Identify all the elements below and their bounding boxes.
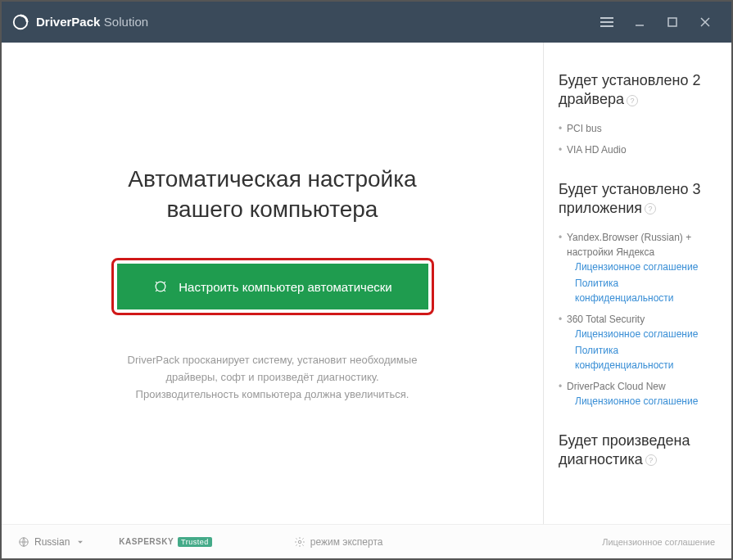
license-link[interactable]: Лицензионное соглашение — [567, 394, 717, 409]
license-link[interactable]: Лицензионное соглашение — [567, 260, 717, 274]
language-selector[interactable]: Russian — [18, 536, 86, 548]
app-logo: DriverPack Solution — [11, 13, 148, 31]
titlebar: DriverPack Solution — [2, 2, 731, 43]
app-title: DriverPack Solution — [36, 15, 148, 29]
hamburger-icon — [600, 17, 613, 27]
kaspersky-label: KASPERSKY — [119, 537, 174, 546]
maximize-icon — [667, 16, 678, 28]
desc-line2: драйверы, софт и произведёт диагностику. — [165, 371, 378, 383]
maximize-button[interactable] — [656, 2, 689, 43]
language-label: Russian — [34, 536, 70, 548]
diagnostics-heading: Будет произведена диагностика? — [559, 431, 717, 470]
drivers-list: PCI bus VIA HD Audio — [559, 121, 717, 157]
help-icon[interactable]: ? — [627, 95, 638, 106]
apps-heading: Будет установлено 3 приложения? — [559, 180, 717, 219]
list-item: 360 Total Security Лицензионное соглашен… — [559, 312, 717, 373]
desc-line1: DriverPack просканирует систему, установ… — [128, 354, 418, 366]
page-title: Автоматическая настройка вашего компьюте… — [128, 164, 416, 226]
window-controls — [590, 2, 722, 43]
svg-rect-2 — [668, 18, 676, 26]
svg-point-5 — [156, 282, 165, 291]
license-link[interactable]: Лицензионное соглашение — [567, 327, 717, 341]
close-icon — [699, 16, 711, 28]
minimize-icon — [634, 16, 645, 28]
expert-mode-label: режим эксперта — [310, 536, 383, 548]
globe-icon — [18, 536, 29, 548]
chevron-down-icon — [75, 536, 86, 548]
apps-list: Yandex.Browser (Russian) + настройки Янд… — [559, 230, 717, 409]
driverpack-logo-icon — [11, 13, 29, 31]
help-icon[interactable]: ? — [645, 203, 656, 215]
desc-line3: Производительность компьютера должна уве… — [136, 388, 409, 400]
trusted-badge: Trusted — [178, 537, 212, 547]
main-panel: Автоматическая настройка вашего компьюте… — [2, 43, 543, 524]
menu-button[interactable] — [590, 2, 623, 43]
gear-icon — [294, 536, 305, 548]
footer: Russian KASPERSKY Trusted режим эксперта… — [2, 524, 731, 558]
title-line2: вашего компьютера — [167, 196, 378, 222]
configure-automatically-button[interactable]: Настроить компьютер автоматически — [117, 264, 428, 309]
app-name: 360 Total Security — [567, 314, 645, 325]
primary-button-highlight: Настроить компьютер автоматически — [111, 258, 434, 315]
list-item: PCI bus — [559, 121, 717, 136]
minimize-button[interactable] — [623, 2, 656, 43]
list-item: Yandex.Browser (Russian) + настройки Янд… — [559, 230, 717, 305]
kaspersky-badge: KASPERSKY Trusted — [119, 537, 211, 547]
drivers-heading: Будет установлено 2 драйвера? — [559, 71, 717, 110]
primary-button-label: Настроить компьютер автоматически — [179, 280, 391, 294]
help-icon[interactable]: ? — [645, 454, 657, 466]
footer-license-link[interactable]: Лицензионное соглашение — [602, 537, 715, 547]
app-window: DriverPack Solution Автоматическая настр… — [0, 0, 733, 560]
content-area: Автоматическая настройка вашего компьюте… — [2, 43, 731, 524]
list-item: VIA HD Audio — [559, 142, 717, 157]
title-line1: Автоматическая настройка — [128, 166, 416, 192]
list-item: DriverPack Cloud New Лицензионное соглаш… — [559, 379, 717, 409]
svg-point-7 — [298, 540, 301, 544]
expert-mode-toggle[interactable]: режим эксперта — [294, 536, 383, 548]
privacy-link[interactable]: Политика конфиденциальности — [567, 276, 717, 305]
privacy-link[interactable]: Политика конфиденциальности — [567, 343, 717, 373]
app-name: Yandex.Browser (Russian) + настройки Янд… — [567, 232, 691, 258]
wand-icon — [152, 278, 169, 295]
close-button[interactable] — [689, 2, 722, 43]
description-text: DriverPack просканирует систему, установ… — [128, 352, 418, 403]
sidebar: Будет установлено 2 драйвера? PCI bus VI… — [543, 43, 731, 524]
app-name: DriverPack Cloud New — [567, 381, 666, 392]
